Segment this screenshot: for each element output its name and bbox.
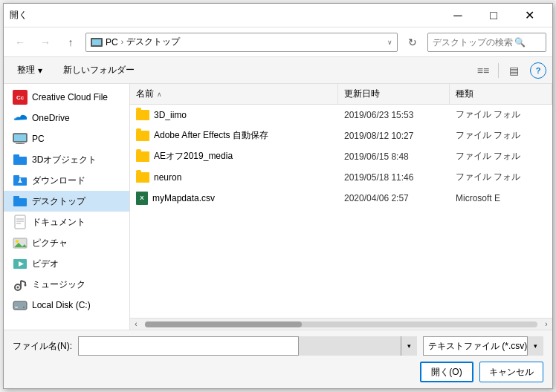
breadcrumb[interactable]: PC › デスクトップ ∨	[85, 33, 398, 52]
folder-icon	[136, 110, 149, 120]
file-panel: 名前 ∧ 更新日時 種類 3D_iimo	[130, 84, 552, 330]
sidebar-item-music[interactable]: ミュージック	[4, 274, 129, 295]
file-type-cell: Microsoft E	[450, 188, 552, 208]
column-type-label: 種類	[456, 88, 473, 100]
open-button[interactable]: 開く(O)	[420, 362, 473, 382]
close-button[interactable]: ✕	[512, 4, 546, 27]
filename-label: ファイル名(N):	[13, 340, 72, 353]
sidebar-item-3d-objects[interactable]: 3Dオブジェクト	[4, 149, 129, 170]
sidebar-item-downloads[interactable]: ダウンロード	[4, 170, 129, 191]
footer-filename-row: ファイル名(N): ▾ テキストファイル (*.csv) ▾	[13, 336, 543, 356]
file-type-cell: ファイル フォル	[450, 146, 552, 166]
svg-rect-0	[13, 134, 27, 142]
search-input[interactable]	[433, 37, 514, 48]
file-date-cell: 2019/06/23 15:53	[338, 105, 450, 125]
sidebar-item-videos[interactable]: ビデオ	[4, 253, 129, 274]
view-details-button[interactable]: ≡≡	[473, 61, 494, 80]
sidebar-label-music: ミュージック	[32, 278, 85, 291]
videos-icon	[13, 256, 28, 271]
horizontal-scrollbar[interactable]: ‹ ›	[130, 318, 552, 330]
sidebar-label-creative-cloud: Creative Cloud File	[32, 92, 108, 102]
view-large-button[interactable]: ▤	[503, 61, 524, 80]
breadcrumb-separator: ›	[121, 38, 123, 46]
table-row[interactable]: 3D_iimo 2019/06/23 15:53 ファイル フォル	[130, 105, 552, 125]
file-name-cell: neuron	[130, 167, 338, 187]
folder-icon	[136, 172, 149, 183]
footer-buttons-row: 開く(O) キャンセル	[13, 362, 543, 382]
svg-point-16	[16, 240, 19, 243]
sidebar-item-creative-cloud[interactable]: Cc Creative Cloud File	[4, 87, 129, 108]
back-button[interactable]: ←	[10, 32, 30, 53]
pc-icon	[91, 38, 103, 47]
sidebar-label-documents: ドキュメント	[32, 216, 85, 229]
creative-cloud-icon: Cc	[13, 90, 28, 105]
sidebar-label-desktop: デスクトップ	[32, 195, 85, 208]
file-list: 3D_iimo 2019/06/23 15:53 ファイル フォル Adobe …	[130, 105, 552, 318]
pictures-icon	[13, 235, 28, 250]
svg-rect-3	[13, 157, 27, 165]
svg-rect-11	[15, 215, 25, 229]
maximize-button[interactable]: □	[476, 4, 511, 27]
local-disk-icon	[13, 298, 28, 313]
breadcrumb-item-desktop[interactable]: デスクトップ	[126, 36, 180, 48]
sidebar-label-pc: PC	[32, 134, 45, 144]
up-button[interactable]: ↑	[60, 32, 81, 53]
music-icon	[13, 277, 28, 292]
column-type-header[interactable]: 種類	[450, 84, 552, 104]
scrollbar-thumb[interactable]	[145, 321, 302, 327]
svg-rect-1	[18, 142, 22, 143]
file-date-cell: 2019/08/12 10:27	[338, 125, 450, 146]
action-bar: 整理 ▾ 新しいフォルダー ≡≡ ▤ ?	[4, 57, 552, 84]
main-content: Cc Creative Cloud File OneDrive	[4, 84, 552, 330]
sort-arrow-icon: ∧	[157, 91, 162, 98]
footer: ファイル名(N): ▾ テキストファイル (*.csv) ▾ 開く(O) キャン…	[4, 330, 552, 388]
file-type-cell: ファイル フォル	[450, 105, 552, 125]
sidebar-label-local-disk: Local Disk (C:)	[32, 300, 91, 310]
file-column-header: 名前 ∧ 更新日時 種類	[130, 84, 552, 105]
sidebar-item-onedrive[interactable]: OneDrive	[4, 108, 129, 128]
sidebar-item-documents[interactable]: ドキュメント	[4, 212, 129, 232]
dialog-title: 開く	[10, 9, 441, 22]
table-row[interactable]: AEオフ2019_media 2019/06/15 8:48 ファイル フォル	[130, 146, 552, 167]
desktop-icon	[13, 194, 28, 209]
svg-rect-26	[13, 301, 27, 310]
sidebar-item-pictures[interactable]: ピクチャ	[4, 232, 129, 253]
file-type-cell: ファイル フォル	[450, 167, 552, 187]
file-name-cell: 3D_iimo	[130, 105, 338, 125]
breadcrumb-item-pc[interactable]: PC	[106, 37, 118, 48]
table-row[interactable]: neuron 2019/05/18 11:46 ファイル フォル	[130, 167, 552, 188]
help-button[interactable]: ?	[530, 62, 546, 79]
column-name-label: 名前	[136, 88, 154, 100]
svg-rect-6	[13, 175, 19, 178]
svg-rect-10	[13, 196, 19, 199]
organize-button[interactable]: 整理 ▾	[10, 61, 50, 80]
onedrive-icon	[13, 111, 28, 125]
sidebar-item-pc[interactable]: PC	[4, 128, 129, 149]
column-date-header[interactable]: 更新日時	[338, 84, 450, 104]
excel-icon: X	[136, 192, 148, 205]
new-folder-button[interactable]: 新しいフォルダー	[56, 61, 142, 80]
refresh-button[interactable]: ↻	[402, 32, 423, 53]
view-large-icon: ▤	[509, 65, 519, 76]
view-separator	[498, 63, 499, 78]
svg-rect-9	[13, 198, 27, 206]
sidebar-item-desktop[interactable]: デスクトップ	[4, 191, 129, 212]
sidebar-item-local-disk[interactable]: Local Disk (C:)	[4, 295, 129, 316]
minimize-button[interactable]: ─	[441, 4, 475, 27]
search-bar[interactable]: 🔍	[427, 33, 546, 52]
organize-dropdown-arrow: ▾	[38, 65, 42, 76]
forward-button[interactable]: →	[35, 32, 56, 53]
open-dialog: 開く ─ □ ✕ ← → ↑ PC › デスクトップ ∨ ↻ 🔍 整理 ▾	[3, 3, 553, 389]
scrollbar-track[interactable]	[145, 321, 537, 327]
file-name-cell: Adobe After Effects 自動保存	[130, 125, 338, 146]
table-row[interactable]: Adobe After Effects 自動保存 2019/08/12 10:2…	[130, 125, 552, 146]
column-name-header[interactable]: 名前 ∧	[130, 84, 338, 104]
svg-rect-4	[13, 154, 19, 157]
3d-objects-icon	[13, 152, 28, 167]
filename-dropdown[interactable]	[298, 336, 417, 356]
table-row[interactable]: X myMapdata.csv 2020/04/06 2:57 Microsof…	[130, 188, 552, 209]
view-buttons: ≡≡ ▤	[473, 61, 524, 80]
sidebar-label-pictures: ピクチャ	[32, 237, 68, 249]
cancel-button[interactable]: キャンセル	[479, 362, 543, 382]
filetype-select[interactable]: テキストファイル (*.csv)	[423, 336, 543, 356]
